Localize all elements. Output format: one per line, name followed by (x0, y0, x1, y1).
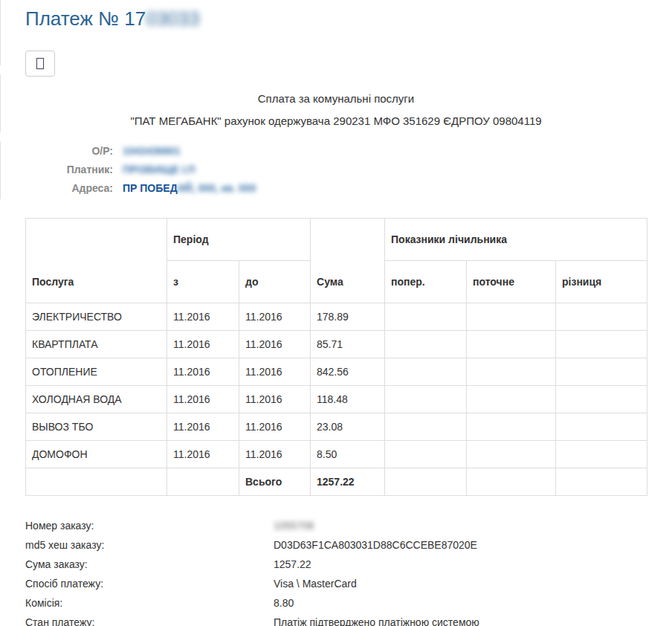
col-header-service: Послуга (26, 219, 167, 303)
order-sum-label: Сума заказу: (25, 558, 274, 570)
payer-account-row: О/Р: 1043436801 (25, 141, 647, 160)
order-number-row: Номер заказу: 1055706 (25, 516, 647, 535)
payer-info: О/Р: 1043436801 Платник: ПРІЗВИЩЕ І.П Ад… (25, 141, 647, 197)
period-to-cell: 11.2016 (239, 413, 311, 441)
sum-cell: 118.48 (311, 386, 385, 413)
payer-name-value-redacted: ПРІЗВИЩЕ І.П (123, 164, 196, 175)
empty-cell (26, 468, 167, 496)
sum-cell: 842.56 (311, 358, 385, 386)
meter-diff-cell (556, 331, 647, 358)
payer-address-redacted: ИЙ, 000, кв. 000 (178, 182, 256, 194)
sum-cell: 23.08 (311, 413, 385, 441)
period-from-cell: 11.2016 (167, 441, 239, 468)
meter-diff-cell (556, 386, 647, 413)
total-label-cell: Всього (239, 468, 311, 496)
col-header-to: до (239, 261, 311, 303)
page-title: Платеж № 1703033 (25, 0, 647, 30)
period-to-cell: 11.2016 (239, 358, 311, 386)
service-cell: ВЫВОЗ ТБО (26, 413, 167, 441)
meter-diff-cell (556, 413, 647, 441)
order-fee-row: Комісія: 8.80 (25, 593, 647, 613)
service-cell: КВАРТПЛАТА (26, 331, 167, 358)
order-number-value-redacted: 1055706 (274, 520, 314, 532)
col-header-period: Період (167, 219, 311, 261)
table-row: ОТОПЛЕНИЕ 11.2016 11.2016 842.56 (26, 358, 647, 386)
meter-prev-cell (385, 303, 467, 331)
toolbar (25, 51, 647, 77)
order-sum-row: Сума заказу: 1257.22 (25, 555, 647, 574)
receipt-purpose-line: Сплата за комунальні послуги (25, 92, 647, 105)
period-to-cell: 11.2016 (239, 331, 311, 358)
table-total-row: Всього 1257.22 (26, 468, 647, 496)
meter-prev-cell (385, 358, 467, 386)
meter-prev-cell (385, 386, 467, 413)
period-from-cell: 11.2016 (167, 413, 239, 441)
icon-button[interactable] (25, 51, 55, 77)
period-to-cell: 11.2016 (239, 386, 311, 413)
col-header-meter: Показники лічильника (385, 219, 647, 261)
payer-name-label: Платник: (25, 164, 113, 175)
service-cell: ЭЛЕКТРИЧЕСТВО (26, 303, 167, 331)
empty-cell (385, 468, 467, 496)
receipt-bank-line: "ПАТ МЕГАБАНК" рахунок одержувача 290231… (25, 114, 647, 127)
empty-cell (167, 468, 239, 496)
col-header-from: з (167, 261, 239, 303)
page-title-redacted-number: 03033 (146, 7, 199, 30)
table-row: ЭЛЕКТРИЧЕСТВО 11.2016 11.2016 178.89 (26, 303, 647, 331)
sum-cell: 85.71 (311, 331, 385, 358)
service-cell: ОТОПЛЕНИЕ (26, 358, 167, 386)
page-edge-line (0, 0, 1, 65)
receipt-header: Сплата за комунальні послуги "ПАТ МЕГАБА… (25, 92, 647, 127)
services-table-head: Послуга Період Сума Показники лічильника… (26, 219, 647, 303)
col-header-current: поточне (467, 261, 556, 303)
meter-prev-cell (385, 441, 467, 468)
table-row: ХОЛОДНАЯ ВОДА 11.2016 11.2016 118.48 (26, 386, 647, 413)
order-method-row: Спосіб платежу: Visa \ MasterCard (25, 574, 647, 593)
meter-prev-cell (385, 331, 467, 358)
meter-prev-cell (385, 413, 467, 441)
total-value-cell: 1257.22 (311, 468, 385, 496)
meter-current-cell (467, 358, 556, 386)
payer-address-value: ПР ПОБЕДИЙ, 000, кв. 000 (123, 182, 256, 194)
meter-diff-cell (556, 303, 647, 331)
service-cell: ХОЛОДНАЯ ВОДА (26, 386, 167, 413)
empty-cell (556, 468, 647, 496)
period-from-cell: 11.2016 (167, 331, 239, 358)
page-title-text: Платеж № 17 (25, 7, 146, 30)
order-number-label: Номер заказу: (25, 520, 274, 532)
meter-current-cell (467, 441, 556, 468)
period-from-cell: 11.2016 (167, 358, 239, 386)
col-header-diff: різниця (556, 261, 647, 303)
order-md5-value: D03D63F1CA803031D88C6CCEBE87020E (274, 539, 477, 551)
payer-address-label: Адреса: (25, 182, 113, 194)
order-status-label: Стан платежу: (25, 616, 274, 626)
page-edge-line (0, 74, 1, 132)
payer-address-row: Адреса: ПР ПОБЕДИЙ, 000, кв. 000 (25, 178, 647, 197)
period-to-cell: 11.2016 (239, 441, 311, 468)
meter-current-cell (467, 303, 556, 331)
order-method-value: Visa \ MasterCard (274, 578, 357, 590)
col-header-prev: попер. (385, 261, 467, 303)
table-row: ВЫВОЗ ТБО 11.2016 11.2016 23.08 (26, 413, 647, 441)
period-from-cell: 11.2016 (167, 303, 239, 331)
order-md5-row: md5 хеш заказу: D03D63F1CA803031D88C6CCE… (25, 535, 647, 555)
order-sum-value: 1257.22 (274, 558, 311, 570)
col-header-sum: Сума (311, 219, 385, 303)
table-row: КВАРТПЛАТА 11.2016 11.2016 85.71 (26, 331, 647, 358)
order-fee-label: Комісія: (25, 597, 274, 609)
meter-current-cell (467, 331, 556, 358)
empty-cell (467, 468, 556, 496)
period-from-cell: 11.2016 (167, 386, 239, 413)
missing-glyph-icon (36, 58, 44, 69)
sum-cell: 8.50 (311, 441, 385, 468)
order-status-row: Стан платежу: Платіж підтверджено платіж… (25, 613, 647, 626)
services-table: Послуга Період Сума Показники лічильника… (25, 218, 647, 496)
payer-name-row: Платник: ПРІЗВИЩЕ І.П (25, 160, 647, 178)
payment-page: Платеж № 1703033 Сплата за комунальні по… (0, 0, 672, 626)
order-method-label: Спосіб платежу: (25, 578, 274, 590)
period-to-cell: 11.2016 (239, 303, 311, 331)
service-cell: ДОМОФОН (26, 441, 167, 468)
order-status-value: Платіж підтверджено платіжною системою (274, 616, 479, 626)
services-table-body: ЭЛЕКТРИЧЕСТВО 11.2016 11.2016 178.89 КВА… (26, 303, 647, 496)
meter-diff-cell (556, 441, 647, 468)
